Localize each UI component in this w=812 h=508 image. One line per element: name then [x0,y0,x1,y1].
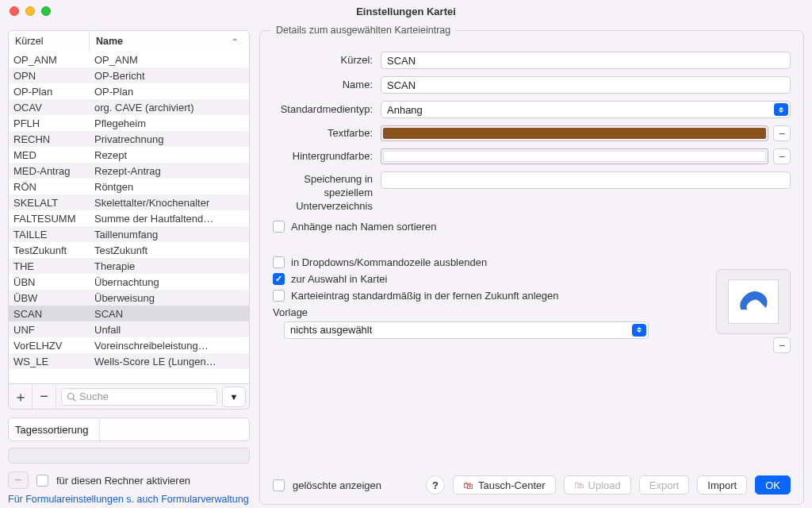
entry-table[interactable]: OP_ANMOP_ANMOPNOP-BerichtOP-PlanOP-PlanO… [8,52,250,384]
label-subdir: Speicherung in speziellem Unterverzeichn… [273,171,381,214]
cell-name: Übernachtung [90,276,249,288]
cell-name: Wells-Score LE (Lungen… [90,356,249,368]
cell-name: OP-Bericht [90,70,249,82]
future-checkbox[interactable] [273,290,285,302]
mediatype-select[interactable]: Anhang [381,101,791,118]
table-row[interactable]: FALTESUMMSumme der Hautfaltend… [9,210,249,226]
sort-caret-icon: ⌃ [232,37,238,46]
cell-kurzel: OP-Plan [9,86,90,98]
table-row[interactable]: WS_LEWells-Score LE (Lungen… [9,353,249,369]
textcolor-clear-button[interactable]: − [773,125,791,141]
label-bgcolor: Hintergrundfarbe: [273,150,381,164]
cell-name: Rezept-Antrag [90,165,249,177]
ok-button[interactable]: OK [755,475,791,495]
import-button[interactable]: Import [697,475,747,495]
cell-name: Pflegeheim [90,117,249,129]
cell-kurzel: OCAV [9,102,90,114]
titlebar: Einstellungen Kartei [0,0,812,22]
tausch-label: Tausch-Center [478,479,546,491]
table-row[interactable]: ÜBWÜberweisung [9,290,249,306]
cell-name: Voreinschreibeleistung… [90,340,249,352]
show-deleted-label: gelöschte anzeigen [293,479,381,491]
table-row[interactable]: PFLHPflegeheim [9,115,249,131]
chevron-updown-icon [774,103,788,116]
future-label: Karteieintrag standardmäßig in der ferne… [291,290,558,302]
cell-kurzel: OP_ANM [9,54,90,66]
bgcolor-clear-button[interactable]: − [773,148,791,164]
help-button[interactable]: ? [426,475,445,495]
bag-icon: 🛍 [463,479,473,491]
label-kurzel: Kürzel: [273,54,381,67]
bgcolor-picker[interactable] [381,148,768,164]
cell-kurzel: FALTESUMM [9,213,90,225]
table-row[interactable]: ÜBNÜbernachtung [9,274,249,290]
search-input[interactable]: Suche [61,388,217,406]
name-value: SCAN [387,79,416,91]
hide-dropdown-label: in Dropdowns/Kommandozeile ausblenden [291,256,487,268]
cell-kurzel: ÜBW [9,292,90,304]
sort-attachments-label: Anhänge nach Namen sortieren [291,221,437,233]
hide-dropdown-checkbox[interactable] [273,256,285,268]
cell-kurzel: PFLH [9,117,90,129]
table-row[interactable]: SKELALTSkelettalter/Knochenalter [9,194,249,210]
tagessortierung-row[interactable]: Tagessortierung [8,418,250,441]
mediatype-value: Anhang [387,104,423,116]
table-row[interactable]: MED-AntragRezept-Antrag [9,163,249,179]
thumbnail-remove-button[interactable]: − [773,337,791,353]
export-button[interactable]: Export [639,475,690,495]
activate-checkbox[interactable] [36,475,48,487]
table-row[interactable]: THETherapie [9,258,249,274]
form-settings-link[interactable]: Für Formulareinstellungen s. auch Formul… [8,494,250,505]
cell-kurzel: THE [9,260,90,272]
textcolor-picker[interactable] [381,125,768,141]
remove-small-button[interactable]: − [8,471,29,489]
template-value: nichts ausgewählt [290,324,372,336]
table-row[interactable]: OCAVorg. CAVE (archiviert) [9,99,249,115]
cell-name: Taillenumfang [90,229,249,241]
table-row[interactable]: UNFUnfall [9,321,249,337]
column-name[interactable]: Name ⌃ [90,31,249,52]
table-row[interactable]: OP_ANMOP_ANM [9,52,249,67]
table-row[interactable]: VorELHZVVoreinschreibeleistung… [9,337,249,353]
remove-button[interactable]: − [33,385,56,409]
name-field[interactable]: SCAN [381,76,791,94]
column-kurzel[interactable]: Kürzel [9,31,90,52]
kurzel-field[interactable]: SCAN [381,52,791,69]
cell-kurzel: ÜBN [9,276,90,288]
export-label: Export [649,479,680,491]
table-row[interactable]: OP-PlanOP-Plan [9,83,249,99]
cell-kurzel: SCAN [9,308,90,320]
search-placeholder: Suche [79,391,109,402]
tausch-center-button[interactable]: 🛍Tausch-Center [453,475,556,495]
add-button[interactable]: ＋ [9,385,33,409]
svg-point-0 [68,393,75,399]
selectable-checkbox[interactable] [273,273,285,285]
cell-name: Röntgen [90,181,249,193]
table-row[interactable]: RÖNRöntgen [9,179,249,194]
kurzel-value: SCAN [387,55,416,67]
table-row[interactable]: TestZukunftTestZukunft [9,242,249,258]
show-deleted-checkbox[interactable] [273,479,285,491]
cell-name: Privatrechnung [90,133,249,145]
sort-attachments-checkbox[interactable] [273,221,285,233]
cell-name: TestZukunft [90,244,249,256]
upload-button[interactable]: 🛍Upload [564,475,631,495]
empty-slot [8,448,250,464]
table-row[interactable]: RECHNPrivatrechnung [9,131,249,147]
svg-line-1 [73,398,75,401]
label-textcolor: Textfarbe: [273,127,381,140]
cell-kurzel: TAILLE [9,229,90,241]
cell-kurzel: WS_LE [9,356,90,368]
template-select[interactable]: nichts ausgewählt [284,321,649,339]
table-row[interactable]: OPNOP-Bericht [9,67,249,83]
filter-button[interactable]: ▼ [222,387,246,407]
table-row[interactable]: TAILLETaillenumfang [9,226,249,242]
table-row[interactable]: MEDRezept [9,147,249,163]
cell-kurzel: MED-Antrag [9,165,90,177]
subdir-field[interactable] [381,171,791,189]
table-row[interactable]: SCANSCAN [9,306,249,321]
preview-thumbnail[interactable] [716,269,791,334]
scanner-icon [736,286,771,318]
cell-kurzel: UNF [9,324,90,336]
tagessortierung-label: Tagessortierung [9,418,100,441]
